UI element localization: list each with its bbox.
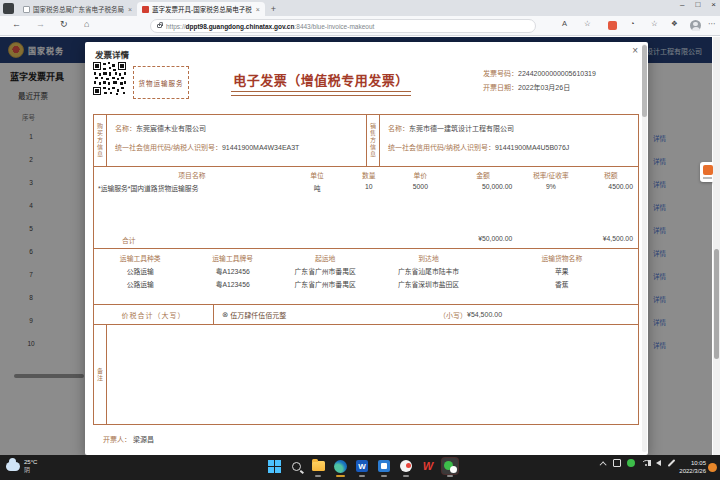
buyer-name: 东莞宸德木业有限公司 [136, 125, 206, 132]
modal-scrollbar[interactable] [642, 44, 647, 452]
floating-widget-icon [703, 165, 713, 175]
drawer-line: 开票人： 梁源昌 [103, 434, 154, 444]
profile-avatar[interactable] [690, 20, 701, 31]
item-unit: 吨 [290, 183, 344, 193]
modal-close-icon[interactable]: × [632, 45, 638, 56]
tab-close-icon[interactable]: × [128, 6, 132, 13]
title-underline [231, 91, 411, 92]
clock-widget[interactable]: 10:05 2022/3/26 [679, 460, 706, 475]
weather-condition: 阴 [24, 467, 37, 475]
window-minimize-button[interactable]: – [680, 0, 684, 9]
tab-actions-icon[interactable] [3, 3, 14, 14]
browser-tasks-icon[interactable]: ❖ [671, 19, 678, 28]
tab-title: 国家税务总局广东省电子税务局 [33, 4, 124, 14]
open-indicator [315, 475, 321, 477]
teams-app-button[interactable] [376, 458, 392, 474]
remarks-side-label: 备注 [94, 325, 107, 424]
tray-green-app-icon[interactable] [627, 459, 635, 467]
open-indicator [381, 475, 387, 477]
file-explorer-button[interactable] [310, 458, 326, 474]
window-close-button[interactable]: × [711, 0, 716, 9]
address-bar[interactable]: https://dppt98.guangdong.chinatax.gov.cn… [150, 19, 536, 33]
item-row: *运输服务*国内道路货物运输服务 吨 10 5000 50,000.00 9% … [94, 180, 638, 193]
invoice-date-label: 开票日期： [483, 84, 518, 91]
new-tab-button[interactable]: + [271, 4, 276, 14]
page-favicon-icon [23, 6, 30, 13]
pen-icon[interactable] [668, 459, 676, 467]
tab-close-icon[interactable]: × [256, 6, 260, 13]
buyer-taxid-label: 统一社会信用代码/纳税人识别号： [115, 144, 222, 151]
floating-widget-bar [703, 177, 712, 179]
items-table: 项目名称 单位 数量 单价 金额 税率/征收率 税额 *运输服务*国内道路货物运… [93, 166, 639, 249]
window-maximize-button[interactable]: □ [695, 0, 700, 9]
notification-badge[interactable] [708, 463, 717, 472]
col-header: 数量 [344, 170, 393, 180]
origin: 广东省广州市番禺区 [279, 279, 371, 289]
collections-icon[interactable]: ◔ [630, 19, 635, 28]
col-header: 运输货物名称 [486, 253, 638, 263]
chevron-up-icon[interactable] [600, 461, 607, 468]
browser-tab-taxbureau[interactable]: 国家税务总局广东省电子税务局 × [18, 2, 137, 16]
weather-widget[interactable]: 25°C 阴 [6, 459, 37, 474]
home-button[interactable]: ⌂ [84, 19, 89, 29]
favorites-add-icon[interactable]: ☆ [651, 19, 658, 28]
modal-scrollbar-thumb[interactable] [642, 45, 647, 117]
window-controls: – □ × [680, 0, 716, 9]
tray-app-icon[interactable] [613, 459, 621, 467]
amount-in-figures: （小写） ¥54,500.00 [439, 305, 502, 324]
wps-app-button[interactable]: W [420, 458, 436, 474]
remarks-box: 备注 [93, 324, 639, 425]
page-scrollbar[interactable] [713, 37, 720, 455]
page-scrollbar-thumb[interactable] [714, 249, 719, 359]
vehicle-plate: 粤A123456 [186, 279, 278, 289]
qq-browser-button[interactable] [398, 458, 414, 474]
word-icon: W [356, 460, 368, 472]
favorites-icon[interactable]: ☆ [584, 19, 591, 28]
seller-side-label: 销售方信息 [367, 115, 380, 166]
item-price: 5000 [393, 183, 447, 193]
invoice-qr-code [93, 62, 126, 95]
col-header: 单价 [393, 170, 447, 180]
wechat-icon [444, 460, 457, 473]
browser-tab-blue-invoice[interactable]: 蓝字发票开具-国家税务总局电子税 × [137, 2, 265, 16]
browser-tab-bar: 国家税务总局广东省电子税务局 × 蓝字发票开具-国家税务总局电子税 × + – … [0, 0, 720, 16]
seller-name: 东莞市德一建筑设计工程有限公司 [409, 125, 514, 132]
settings-menu-icon[interactable]: ⋯ [708, 19, 716, 28]
seller-taxid-label: 统一社会信用代码/纳税人识别号： [388, 144, 495, 151]
wechat-app-button[interactable] [442, 458, 458, 474]
transport-row: 公路运输 粤A123456 广东省广州市番禺区 广东省深圳市盐田区 香蕉 [94, 276, 638, 289]
transport-table: 运输工具种类 运输工具牌号 起运地 到达地 运输货物名称 公路运输 粤A1234… [93, 248, 639, 305]
invoice-meta: 发票号码：22442000000005610319 开票日期：2022年03月2… [483, 67, 596, 95]
transport-header-row: 运输工具种类 运输工具牌号 起运地 到达地 运输货物名称 [94, 249, 638, 263]
search-button[interactable] [288, 458, 304, 474]
extension-icon[interactable] [608, 21, 617, 30]
back-button[interactable]: ← [12, 19, 21, 29]
drawer-label: 开票人： [103, 436, 131, 443]
invoice-type-tag: 货物运输服务 [133, 66, 189, 99]
system-tray [602, 459, 676, 467]
vehicle-type: 公路运输 [94, 279, 186, 289]
url-host: dppt98.guangdong.chinatax.gov.cn [186, 23, 295, 30]
volume-icon[interactable] [656, 460, 661, 466]
forward-button[interactable]: → [36, 19, 45, 29]
transport-row: 公路运输 粤A123456 广东省广州市番禺区 广东省汕尾市陆丰市 苹果 [94, 263, 638, 276]
col-header: 税额 [584, 170, 638, 180]
invoice-title: 电子发票（增值税专用发票） [203, 70, 439, 89]
start-button[interactable] [266, 458, 282, 474]
seller-name-label: 名称： [388, 125, 409, 132]
amount-in-words: ⊗ 伍万肆仟伍佰元整 [222, 305, 286, 324]
grand-total-box: 价税合计（大写） ⊗ 伍万肆仟伍佰元整 （小写） ¥54,500.00 [93, 304, 639, 325]
goods-name: 苹果 [486, 266, 638, 276]
url-text: https://dppt98.guangdong.chinatax.gov.cn… [166, 23, 374, 30]
read-aloud-icon[interactable]: A [562, 19, 567, 28]
col-header: 运输工具牌号 [186, 253, 278, 263]
seller-taxid: 91441900MA4U5B076J [495, 144, 569, 151]
open-indicator [359, 475, 365, 477]
open-indicator [336, 475, 345, 477]
edge-browser-button[interactable] [332, 458, 348, 474]
seller-info: 名称：东莞市德一建筑设计工程有限公司 统一社会信用代码/纳税人识别号：91441… [381, 115, 637, 166]
refresh-button[interactable]: ↻ [60, 19, 68, 29]
webpage-content: 国家税务 设计工程有限公司 蓝字发票开具 最近开票 序号 1 2 3 4 5 6… [0, 37, 720, 455]
word-app-button[interactable]: W [354, 458, 370, 474]
tab-title: 蓝字发票开具-国家税务总局电子税 [152, 4, 252, 14]
